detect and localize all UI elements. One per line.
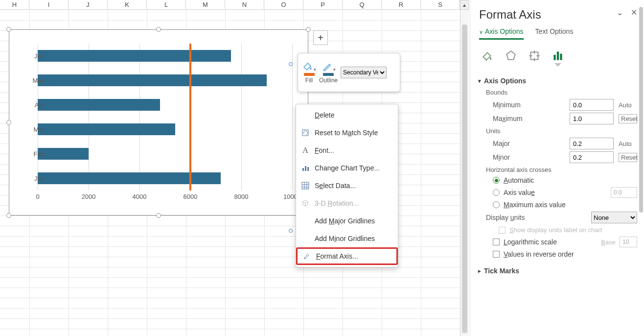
category-label: Apr [22, 101, 45, 109]
maximum-input[interactable] [570, 113, 614, 124]
major-unit-input[interactable] [570, 138, 614, 149]
minimum-auto[interactable]: Auto [619, 101, 637, 109]
chart-bar[interactable] [38, 148, 89, 160]
tab-axis-options[interactable]: Axis Options [479, 27, 524, 40]
category-label: Feb [22, 150, 45, 158]
reverse-order-check[interactable]: Values in reverse order [493, 250, 637, 258]
fill-swatch [304, 73, 315, 76]
column-header[interactable]: N [225, 0, 264, 9]
column-header[interactable]: P [303, 0, 343, 9]
hac-maximum[interactable]: Maximum axis value [493, 201, 637, 209]
pane-scrollbar[interactable] [639, 2, 643, 334]
chart-bar[interactable] [38, 123, 175, 135]
fill-button[interactable]: ▾ Fill [302, 61, 316, 84]
column-header[interactable]: Q [343, 0, 382, 9]
blank-icon [301, 111, 310, 120]
format-icon [302, 252, 311, 261]
column-header[interactable]: M [186, 0, 225, 9]
chart-bar[interactable] [38, 99, 160, 111]
column-headers: HIJKLMNOPQRS [0, 0, 460, 10]
display-units-label: Display units [486, 214, 586, 221]
collapse-pane-icon[interactable]: ⌄ [617, 8, 623, 17]
minimum-input[interactable] [570, 99, 614, 111]
context-menu-item[interactable]: Format Axis... [296, 247, 398, 265]
chart-bar[interactable] [38, 74, 267, 86]
svg-rect-4 [302, 182, 309, 189]
axis-options-section[interactable]: ▾Axis Options [478, 77, 637, 85]
maximum-reset[interactable]: Reset [619, 114, 637, 123]
context-menu-item[interactable]: Reset to Match Style [296, 124, 398, 142]
tick-marks-section[interactable]: ▸Tick Marks [478, 267, 637, 275]
context-menu-item[interactable]: Change Chart Type... [296, 159, 398, 177]
x-tick-label: 2000 [82, 193, 96, 200]
units-label: Units [486, 127, 637, 135]
scrollbar-thumb[interactable] [462, 24, 467, 333]
pen-icon [322, 61, 332, 72]
minor-unit-input[interactable] [570, 151, 614, 163]
context-menu-label: Font... [315, 146, 334, 154]
outline-button[interactable]: ▾ Outline [319, 61, 338, 84]
svg-rect-1 [302, 168, 304, 171]
axis-options-icon[interactable] [552, 49, 564, 64]
hac-automatic[interactable]: Automatic [493, 176, 637, 184]
column-header[interactable]: I [29, 0, 69, 9]
axis-selection-handle[interactable] [289, 229, 293, 233]
context-menu-item[interactable]: Select Data... [296, 177, 398, 194]
tab-text-options[interactable]: Text Options [535, 27, 574, 40]
display-units-select[interactable]: None [591, 212, 637, 223]
chart-handle[interactable] [306, 27, 311, 32]
hac-axis-value[interactable]: Axis value [493, 187, 637, 198]
hac-label: Horizontal axis crosses [486, 166, 637, 173]
hac-axis-value-input[interactable] [611, 187, 637, 198]
column-header[interactable]: O [264, 0, 303, 9]
log-scale-check[interactable]: Logarithmic scale Base [493, 237, 637, 247]
outline-swatch [323, 73, 334, 76]
column-header[interactable]: S [421, 0, 460, 9]
svg-rect-3 [307, 167, 309, 171]
context-menu-label: Add Minor Gridlines [315, 235, 375, 242]
axis-selection-handle[interactable] [289, 62, 293, 66]
column-header[interactable]: K [108, 0, 147, 9]
chart-handle[interactable] [6, 27, 11, 32]
fill-label: Fill [305, 77, 313, 84]
scroll-up-button[interactable]: ▲ [460, 0, 469, 10]
chart-handle[interactable] [156, 27, 161, 32]
chart-plot-area[interactable] [38, 44, 292, 191]
chart-handle[interactable] [156, 213, 161, 218]
font-icon: A [301, 146, 310, 155]
chart-handle[interactable] [6, 213, 11, 218]
close-pane-icon[interactable]: ✕ [631, 8, 637, 17]
effects-icon[interactable] [505, 49, 517, 64]
chart-bar[interactable] [38, 172, 221, 184]
svg-rect-16 [557, 51, 559, 60]
column-header[interactable]: J [69, 0, 108, 9]
context-menu-item[interactable]: AFont... [296, 142, 398, 159]
chart-handle[interactable] [6, 120, 11, 125]
size-properties-icon[interactable] [528, 49, 541, 64]
column-header[interactable]: R [382, 0, 421, 9]
pane-title: Format Axis [479, 8, 637, 22]
major-auto[interactable]: Auto [619, 140, 637, 147]
column-header[interactable]: H [0, 0, 29, 9]
dropdown-icon[interactable]: ▾ [314, 67, 316, 72]
context-menu-item[interactable]: Add Major Gridlines [296, 212, 398, 230]
column-header[interactable]: L [147, 0, 186, 9]
chart-bar[interactable] [38, 50, 231, 62]
minor-reset[interactable]: Reset [619, 153, 637, 162]
chart-reference-line[interactable] [189, 44, 191, 191]
context-menu-item[interactable]: Delete [296, 106, 398, 124]
x-tick-label: 4000 [133, 193, 147, 200]
context-menu-label: Reset to Match Style [315, 129, 378, 137]
context-menu-item[interactable]: Add Minor Gridlines [296, 230, 398, 247]
chart-object[interactable]: JunMayAprMarFebJan 020004000600080001000… [9, 29, 308, 216]
chart-element-selector[interactable]: Secondary Ver [341, 67, 387, 78]
vertical-scrollbar[interactable] [460, 10, 469, 336]
x-tick-label: 8000 [234, 193, 249, 200]
context-menu-label: Add Major Gridlines [315, 217, 375, 225]
chart-elements-button[interactable]: + [313, 30, 328, 45]
major-unit-label: Major [493, 140, 565, 147]
fill-line-icon[interactable] [481, 49, 494, 64]
svg-rect-15 [553, 55, 555, 60]
dropdown-icon[interactable]: ▾ [333, 67, 336, 72]
scrollbar-thumb[interactable] [639, 7, 643, 213]
